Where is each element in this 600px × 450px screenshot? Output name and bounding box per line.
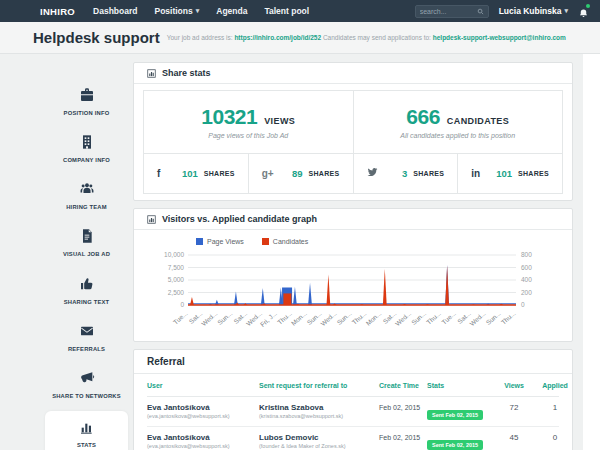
table-row: Eva Jantošíková (eva.jantosikova@websupp… — [147, 427, 559, 450]
svg-text:5,000: 5,000 — [168, 276, 185, 283]
stats-cell: Sent Feb 02, 2015 — [427, 433, 493, 450]
referral-panel: Referral User Sent request for referral … — [133, 349, 573, 450]
nav-item-dashboard[interactable]: Dashboard — [93, 6, 137, 16]
sidebar-item-company-info[interactable]: COMPANY INFO — [45, 134, 128, 163]
building-icon — [79, 134, 95, 150]
navbar-right: Lucia Kubinska▾ — [415, 5, 590, 18]
google-plus-icon: g+ — [262, 168, 278, 179]
legend-swatch-blue — [196, 238, 203, 245]
svg-text:800: 800 — [521, 251, 532, 258]
stats-cell: Sent Feb 02, 2015 — [427, 403, 493, 421]
referral-to-cell: Kristina Szabova (kristina.szabova@websu… — [259, 403, 379, 419]
views-cell: 72 — [493, 403, 535, 412]
sidebar-item-sharing-text[interactable]: SHARING TEXT — [45, 276, 128, 305]
legend-page-views: Page Views — [196, 238, 244, 245]
svg-text:400: 400 — [521, 276, 532, 283]
page-title: Helpdesk support — [33, 29, 160, 46]
applied-cell: 0 — [535, 433, 575, 442]
chart-legend: Page Views Candidates — [196, 238, 562, 245]
job-ad-url-link[interactable]: https://inhiro.com/job/id/252 — [234, 34, 321, 41]
shares-row: f 101 SHARES g+ 89 SHARES 3 — [144, 153, 562, 193]
twitter-shares: 3 SHARES — [353, 154, 458, 193]
svg-text:Tue...: Tue... — [172, 309, 189, 325]
top-navbar: INHIRO Dashboard Positions▾ Agenda Talen… — [0, 0, 600, 22]
sidebar-item-hiring-team[interactable]: HIRING TEAM — [45, 181, 128, 210]
linkedin-shares: in 101 SHARES — [457, 154, 562, 193]
google-plus-shares: g+ 89 SHARES — [248, 154, 353, 193]
candidates-label: CANDIDATES — [447, 116, 509, 126]
visitors-graph-panel: Visitors vs. Applied candidate graph Pag… — [133, 208, 573, 342]
candidates-subtitle: All candidates applied to this position — [400, 132, 515, 139]
megaphone-icon — [79, 370, 95, 386]
job-ad-subtitle: Your job ad address is: https://inhiro.c… — [167, 34, 566, 41]
applied-cell: 1 — [535, 403, 575, 412]
nav-item-talent-pool[interactable]: Talent pool — [264, 6, 309, 16]
share-stats-box: 10321 VIEWS Page views of this Job Ad 66… — [143, 90, 563, 194]
share-stats-body: 10321 VIEWS Page views of this Job Ad 66… — [134, 84, 572, 200]
notification-dot — [586, 4, 590, 8]
envelope-icon — [79, 323, 95, 339]
sidebar-item-position-info[interactable]: POSITION INFO — [45, 87, 128, 116]
svg-text:Fri, J...: Fri, J... — [259, 309, 279, 328]
status-badge: Sent Feb 02, 2015 — [427, 410, 483, 420]
document-icon — [79, 228, 95, 244]
nav-item-positions[interactable]: Positions▾ — [154, 6, 199, 16]
sidebar-item-visual-job-ad[interactable]: VISUAL JOB AD — [45, 228, 128, 257]
share-stats-header: Share stats — [134, 63, 572, 84]
sidebar: POSITION INFO COMPANY INFO HIRING TEAM V… — [0, 54, 128, 450]
svg-text:Wed...: Wed... — [394, 309, 413, 327]
svg-text:Thu...: Thu... — [425, 309, 442, 325]
brand-logo[interactable]: INHIRO — [40, 6, 75, 17]
content-area: POSITION INFO COMPANY INFO HIRING TEAM V… — [0, 54, 583, 450]
svg-text:7,500: 7,500 — [168, 264, 185, 271]
user-menu[interactable]: Lucia Kubinska▾ — [499, 6, 568, 16]
notifications-bell[interactable] — [578, 5, 590, 17]
create-time-cell: Feb 02, 2015 — [379, 403, 427, 412]
svg-text:Mon...: Mon... — [290, 309, 308, 326]
views-value: 10321 — [201, 105, 257, 129]
linkedin-icon: in — [471, 168, 487, 179]
views-label: VIEWS — [264, 116, 295, 126]
applications-email-link[interactable]: helpdesk-support-websupport@inhiro.com — [433, 34, 566, 41]
svg-text:Wed...: Wed... — [319, 309, 338, 327]
svg-text:Sun...: Sun... — [335, 309, 352, 326]
svg-text:Thu...: Thu... — [500, 309, 517, 325]
stats-row: 10321 VIEWS Page views of this Job Ad 66… — [144, 91, 562, 153]
legend-candidates: Candidates — [262, 238, 308, 245]
page-header: Helpdesk support Your job ad address is:… — [0, 22, 600, 54]
user-cell: Eva Jantošíková (eva.jantosikova@websupp… — [147, 403, 259, 419]
svg-text:Tue...: Tue... — [440, 309, 457, 325]
search-box[interactable] — [415, 5, 489, 18]
svg-text:Wed...: Wed... — [468, 309, 487, 327]
svg-text:0: 0 — [521, 301, 525, 308]
search-icon — [477, 8, 484, 15]
referral-header: Referral — [134, 350, 572, 374]
facebook-icon: f — [157, 168, 173, 179]
sidebar-item-share-to-networks[interactable]: SHARE TO NETWORKS — [45, 370, 128, 399]
table-row: Eva Jantošíková (eva.jantosikova@websupp… — [147, 397, 559, 427]
legend-swatch-red — [262, 238, 269, 245]
search-input[interactable] — [420, 8, 477, 15]
nav-item-agenda[interactable]: Agenda — [216, 6, 247, 16]
thumbs-up-icon — [79, 276, 95, 292]
svg-text:Mon...: Mon... — [364, 309, 382, 326]
referral-table-head: User Sent request for referral to Create… — [147, 374, 559, 397]
svg-text:Sun...: Sun... — [410, 309, 427, 326]
user-cell: Eva Jantošíková (eva.jantosikova@websupp… — [147, 433, 259, 449]
briefcase-icon — [79, 87, 95, 103]
views-cell: 45 — [493, 433, 535, 442]
status-badge: Sent Feb 02, 2015 — [427, 440, 483, 450]
sidebar-item-stats[interactable]: STATS — [45, 411, 128, 448]
views-stat: 10321 VIEWS Page views of this Job Ad — [144, 91, 353, 153]
views-subtitle: Page views of this Job Ad — [208, 132, 288, 139]
main-content: Share stats 10321 VIEWS Page views of th… — [133, 62, 573, 450]
facebook-shares: f 101 SHARES — [144, 154, 248, 193]
candidates-stat: 666 CANDIDATES All candidates applied to… — [353, 91, 563, 153]
chevron-down-icon: ▾ — [564, 7, 568, 15]
chevron-down-icon: ▾ — [196, 7, 200, 15]
team-icon — [79, 181, 95, 197]
bar-chart-icon — [79, 419, 95, 435]
sidebar-item-referrals[interactable]: REFERRALS — [45, 323, 128, 352]
svg-text:600: 600 — [521, 264, 532, 271]
share-stats-panel: Share stats 10321 VIEWS Page views of th… — [133, 62, 573, 201]
